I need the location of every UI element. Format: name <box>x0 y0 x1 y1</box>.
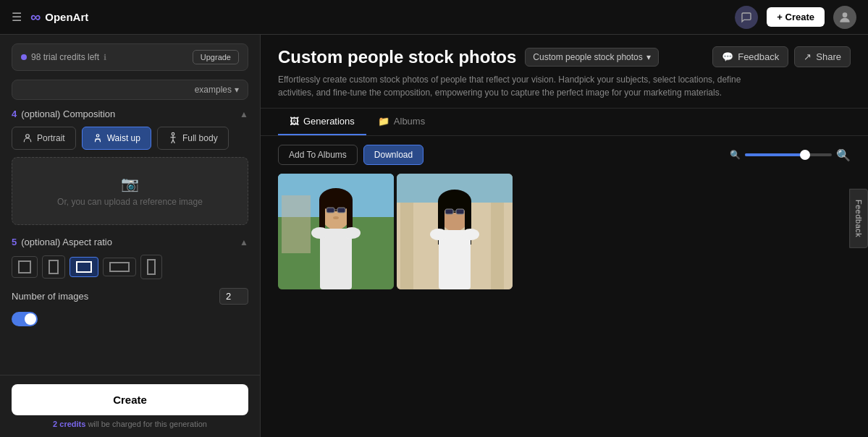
svg-point-2 <box>96 135 99 137</box>
top-nav: ☰ ∞ OpenArt + Create <box>0 0 868 35</box>
section5-title: 5 (optional) Aspect ratio <box>12 237 112 247</box>
download-button[interactable]: Download <box>363 145 424 165</box>
aspect-tall-button[interactable] <box>140 255 162 279</box>
svg-point-36 <box>430 229 447 240</box>
num-images-row: Number of images <box>12 288 248 305</box>
chat-icon[interactable] <box>735 6 758 29</box>
create-button[interactable]: + Create <box>767 7 825 27</box>
svg-rect-26 <box>491 188 504 289</box>
aspect-options <box>12 255 248 279</box>
svg-point-19 <box>333 216 339 219</box>
credits-bar: 98 trial credits left ℹ Upgrade <box>12 43 248 71</box>
section4-collapse-icon[interactable]: ▲ <box>240 109 248 119</box>
share-button[interactable]: ↗ Share <box>794 46 851 67</box>
add-to-albums-button[interactable]: Add To Albums <box>278 145 358 165</box>
num-images-label: Number of images <box>12 291 88 302</box>
images-grid <box>261 174 868 289</box>
zoom-thumb[interactable] <box>800 150 810 160</box>
share-icon: ↗ <box>804 51 812 62</box>
svg-point-22 <box>343 227 361 239</box>
user-avatar[interactable] <box>833 6 856 29</box>
zoom-track <box>745 153 801 156</box>
aspect-square-button[interactable] <box>12 256 38 278</box>
app-name: OpenArt <box>45 11 88 23</box>
aspect-portrait-icon <box>49 260 59 274</box>
svg-rect-17 <box>337 208 345 213</box>
svg-rect-15 <box>347 200 353 229</box>
page-title: Custom people stock photos <box>278 47 516 67</box>
aspect-wide-icon <box>109 262 130 272</box>
credits-notice-amount: 2 credits <box>53 420 85 428</box>
svg-point-0 <box>843 12 848 17</box>
feedback-icon: 💬 <box>722 51 733 62</box>
zoom-slider[interactable] <box>745 153 832 156</box>
zoom-control: 🔍 🔍 <box>730 148 851 162</box>
albums-tab-icon: 📁 <box>378 116 389 127</box>
credits-notice-suffix: will be charged for this generation <box>88 420 206 428</box>
content-title-row: Custom people stock photos Custom people… <box>278 46 851 67</box>
dropdown-label: Custom people stock photos <box>533 52 642 62</box>
credits-dot-icon <box>21 54 27 60</box>
num-images-input[interactable] <box>219 288 248 305</box>
content-header: Custom people stock photos Custom people… <box>261 35 868 109</box>
section4-title: 4 (optional) Composition <box>12 109 115 119</box>
svg-rect-14 <box>319 200 325 229</box>
aspect-portrait-button[interactable] <box>42 255 65 279</box>
credits-text: 98 trial credits left <box>31 52 99 62</box>
aspect-tall-icon <box>147 259 156 275</box>
svg-rect-33 <box>456 209 464 214</box>
reference-upload-text: Or, you can upload a reference image <box>30 197 230 207</box>
content-toolbar: Add To Albums Download 🔍 🔍 <box>261 136 868 174</box>
full-body-button[interactable]: Full body <box>157 127 229 150</box>
person-silhouette <box>278 174 394 289</box>
image-thumbnail[interactable] <box>397 174 513 289</box>
toggle-row <box>12 312 248 326</box>
svg-point-1 <box>26 135 30 138</box>
tab-albums[interactable]: 📁 Albums <box>366 109 437 135</box>
image-preview <box>397 174 513 289</box>
aspect-landscape-sm-button[interactable] <box>69 257 98 277</box>
feedback-button[interactable]: 💬 Feedback <box>712 46 788 67</box>
sidebar-scroll: 98 trial credits left ℹ Upgrade examples… <box>0 35 260 375</box>
generations-tab-icon: 🖼 <box>290 116 299 127</box>
sidebar-footer: Create 2 credits will be charged for thi… <box>0 375 260 437</box>
section5-header: 5 (optional) Aspect ratio ▲ <box>12 237 248 247</box>
zoom-in-icon[interactable]: 🔍 <box>836 148 851 162</box>
svg-rect-11 <box>282 195 311 253</box>
tabs-row: 🖼 Generations 📁 Albums <box>261 109 868 136</box>
svg-point-21 <box>311 227 329 239</box>
toggle-switch[interactable] <box>12 312 38 326</box>
image-thumbnail[interactable] <box>278 174 394 289</box>
waist-up-icon <box>93 133 103 143</box>
toggle-knob <box>25 313 36 325</box>
section5-collapse-icon[interactable]: ▲ <box>240 237 248 247</box>
content-dropdown[interactable]: Custom people stock photos ▾ <box>525 48 658 67</box>
examples-bar[interactable]: examples ▾ <box>12 80 248 100</box>
portrait-icon <box>22 133 33 143</box>
app-logo: ∞ OpenArt <box>30 9 88 25</box>
aspect-landscape-wide-button[interactable] <box>103 258 136 276</box>
tab-generations[interactable]: 🖼 Generations <box>278 109 366 135</box>
svg-rect-32 <box>445 209 453 214</box>
svg-point-37 <box>462 229 479 240</box>
content-description: Effortlessly create custom stock photos … <box>278 73 770 99</box>
svg-point-4 <box>172 132 174 135</box>
reference-upload-area[interactable]: 📷 Or, you can upload a reference image <box>12 157 248 225</box>
portrait-button[interactable]: Portrait <box>12 127 76 150</box>
composition-options: Portrait Waist up <box>12 127 248 150</box>
menu-icon[interactable]: ☰ <box>12 10 22 24</box>
credits-notice: 2 credits will be charged for this gener… <box>12 420 248 428</box>
content-actions: 💬 Feedback ↗ Share <box>712 46 851 67</box>
feedback-side-tab[interactable]: Feedback <box>849 189 868 248</box>
credits-info: 98 trial credits left ℹ <box>21 52 106 62</box>
create-main-button[interactable]: Create <box>12 384 248 415</box>
svg-rect-25 <box>400 188 413 289</box>
zoom-out-icon[interactable]: 🔍 <box>730 150 741 160</box>
section4-header: 4 (optional) Composition ▲ <box>12 109 248 119</box>
dropdown-chevron-icon: ▾ <box>646 52 651 62</box>
svg-line-8 <box>173 140 174 143</box>
main-content: Custom people stock photos Custom people… <box>261 35 868 437</box>
waist-up-button[interactable]: Waist up <box>82 127 151 150</box>
chevron-down-icon: ▾ <box>235 85 239 95</box>
upgrade-button[interactable]: Upgrade <box>193 50 239 64</box>
